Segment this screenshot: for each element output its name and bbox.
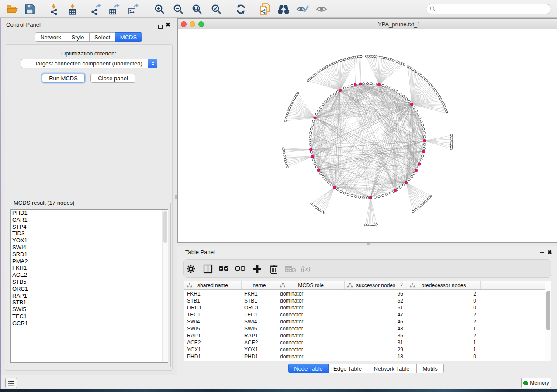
column-header-MCDS-role[interactable]: MCDS role	[277, 281, 345, 289]
search-input[interactable]	[436, 6, 540, 12]
table-row[interactable]: PHD1PHD1dominator180	[184, 353, 551, 360]
toolbar-separator	[84, 3, 84, 15]
close-table-panel-icon[interactable]: ✖	[547, 250, 552, 255]
zoom-fit-icon[interactable]	[190, 3, 204, 16]
task-history-button[interactable]	[5, 378, 17, 388]
export-table-icon[interactable]	[108, 3, 121, 16]
mcds-node-item[interactable]: TEC1	[11, 313, 168, 320]
table-cell: dominator	[277, 353, 345, 360]
table-row[interactable]: SWI5SWI5connector431	[184, 325, 551, 332]
column-header-shared-name[interactable]: shared name	[184, 281, 242, 289]
mcds-node-item[interactable]: ACE2	[11, 272, 168, 279]
mcds-list-scrollbar[interactable]	[162, 210, 168, 362]
mcds-node-item[interactable]: SWI5	[11, 306, 168, 313]
import-network-icon[interactable]	[48, 3, 61, 16]
zoom-selected-icon[interactable]	[210, 3, 223, 16]
table-tab-motifs[interactable]: Motifs	[417, 364, 444, 373]
mcds-node-item[interactable]: STP4	[11, 224, 168, 230]
table-row[interactable]: ORC1ORC1dominator610	[184, 304, 551, 311]
tab-mcds[interactable]: MCDS	[115, 32, 142, 42]
table-cell: 0	[407, 304, 481, 311]
mcds-node-item[interactable]: PHD1	[11, 210, 168, 217]
table-row[interactable]: SWI4SWI4dominator462	[184, 318, 551, 325]
search-box[interactable]	[426, 4, 551, 14]
import-table-icon[interactable]	[66, 3, 80, 16]
table-cell: TEC1	[184, 311, 242, 318]
table-cell: dominator	[277, 332, 345, 339]
find-binoculars-icon[interactable]	[277, 3, 290, 16]
export-image-icon[interactable]	[127, 3, 140, 16]
tab-select[interactable]: Select	[90, 32, 115, 42]
table-cell: ORC1	[184, 304, 242, 311]
mcds-node-item[interactable]: ORC1	[11, 285, 168, 292]
mcds-node-item[interactable]: RAP1	[11, 292, 168, 299]
tab-style[interactable]: Style	[66, 32, 90, 42]
float-table-panel-icon[interactable]	[540, 250, 544, 258]
zoom-in-icon[interactable]	[153, 3, 166, 16]
mcds-node-item[interactable]: TID3	[11, 230, 168, 237]
status-bar: Memory	[0, 375, 557, 389]
table-row[interactable]: ACE2ACE2connector311	[184, 339, 551, 346]
window-left-edge	[0, 18, 1, 389]
mcds-node-item[interactable]: SWI4	[11, 244, 168, 251]
mcds-node-item[interactable]: CAR1	[11, 217, 168, 224]
column-header-label: name	[253, 282, 266, 289]
show-all-icon[interactable]	[315, 3, 329, 16]
table-row[interactable]: FKH1FKH1dominator962	[184, 290, 551, 297]
optimization-criterion-label: Optimization criterion:	[5, 50, 172, 57]
column-header-predecessor-nodes[interactable]: predecessor nodes	[407, 281, 481, 289]
table-row[interactable]: STB1STB1dominator620	[184, 297, 551, 304]
network-window-titlebar[interactable]: YPA_prune.txt_1	[178, 19, 557, 29]
select-all-rows-icon[interactable]	[218, 263, 230, 275]
show-columns-icon[interactable]	[202, 263, 214, 275]
close-panel-button[interactable]: Close panel	[90, 74, 135, 83]
table-scrollbar[interactable]	[545, 281, 551, 361]
refresh-layout-icon[interactable]	[234, 3, 247, 16]
zoom-out-icon[interactable]	[172, 3, 185, 16]
horizontal-splitter-handle[interactable]	[367, 243, 370, 245]
table-tab-network-table[interactable]: Network Table	[367, 364, 417, 373]
close-panel-icon[interactable]: ✖	[166, 22, 170, 28]
new-network-from-selection-icon[interactable]	[258, 3, 271, 16]
mcds-node-item[interactable]: SRD1	[11, 251, 168, 258]
criterion-dropdown[interactable]: largest connected component (undirected)	[21, 59, 157, 68]
node-table: shared name name MCDS role successor nod…	[184, 281, 551, 361]
table-settings-gear-icon[interactable]	[185, 263, 197, 275]
memory-status-dot	[523, 381, 528, 385]
table-cell: connector	[277, 346, 345, 353]
tab-network[interactable]: Network	[35, 32, 66, 42]
mcds-node-item[interactable]: YOX1	[11, 237, 168, 244]
mcds-node-item[interactable]: GCR1	[11, 320, 168, 327]
table-cell: 1	[407, 339, 481, 346]
deselect-all-rows-icon[interactable]	[234, 263, 246, 275]
column-header-successor-nodes[interactable]: successor nodes˅	[345, 281, 407, 289]
table-row[interactable]: RAP1RAP1dominator352	[184, 332, 551, 339]
column-namespace-icon	[187, 283, 192, 288]
table-tab-edge-table[interactable]: Edge Table	[329, 364, 367, 373]
mcds-node-item[interactable]: PMA2	[11, 258, 168, 265]
mcds-node-item[interactable]: FKH1	[11, 265, 168, 272]
column-header-name[interactable]: name	[242, 281, 277, 289]
export-network-icon[interactable]	[90, 3, 103, 16]
table-cell: ACE2	[242, 339, 277, 346]
maximize-window-traffic-icon[interactable]	[198, 21, 204, 27]
run-mcds-button[interactable]: Run MCDS	[42, 74, 85, 83]
table-cell: STB1	[184, 297, 242, 304]
table-tab-node-table[interactable]: Node Table	[288, 364, 329, 373]
network-canvas[interactable]	[178, 29, 557, 242]
open-file-icon[interactable]	[6, 3, 19, 16]
add-column-icon[interactable]	[251, 263, 263, 275]
save-session-icon[interactable]	[23, 3, 36, 16]
mcds-result-list[interactable]: PHD1CAR1STP4TID3YOX1SWI4SRD1PMA2FKH1ACE2…	[10, 209, 168, 363]
mcds-node-item[interactable]: STB1	[11, 299, 168, 306]
delete-column-icon[interactable]	[268, 263, 280, 275]
hide-selected-icon[interactable]	[296, 3, 309, 16]
mcds-node-item[interactable]: STB5	[11, 279, 168, 285]
float-panel-icon[interactable]	[158, 23, 163, 31]
memory-button[interactable]: Memory	[521, 378, 551, 388]
vertical-splitter-handle[interactable]	[175, 195, 177, 199]
minimize-window-traffic-icon[interactable]	[190, 21, 195, 27]
table-row[interactable]: YOX1YOX1connector291	[184, 346, 551, 353]
close-window-traffic-icon[interactable]	[181, 21, 187, 27]
table-row[interactable]: TEC1TEC1connector472	[184, 311, 551, 318]
